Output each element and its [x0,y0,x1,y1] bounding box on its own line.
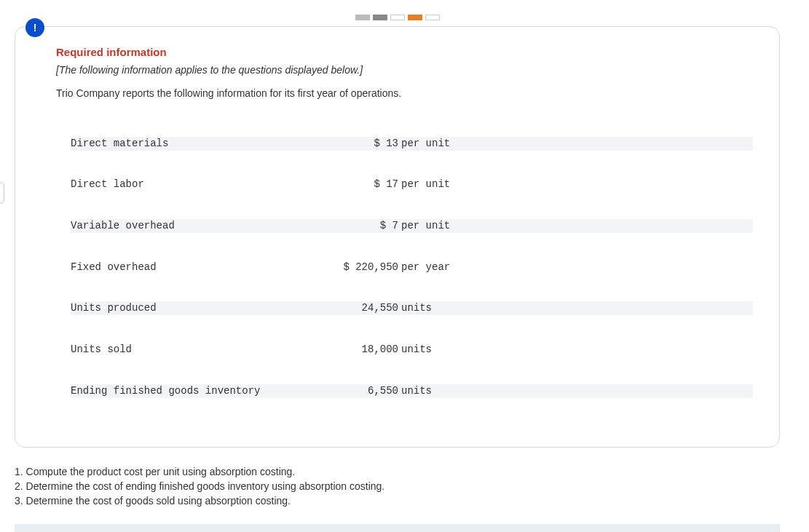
required-info-card: ! Required information [The following in… [15,26,780,448]
ledger-unit: units [398,384,457,398]
question-2: 2. Determine the cost of ending finished… [15,480,780,494]
marker [425,15,440,20]
alert-icon: ! [25,18,44,37]
applies-note: [The following information applies to th… [56,64,753,76]
ledger-unit: per unit [398,137,457,151]
marker [355,15,370,20]
company-intro: Trio Company reports the following infor… [56,87,753,99]
cost-ledger: Direct materials$ 13per unit Direct labo… [71,109,753,425]
required-info-header: Required information [56,46,753,58]
progress-markers [15,15,780,20]
ledger-unit: per unit [398,178,457,191]
question-1: 1. Compute the product cost per unit usi… [15,465,780,480]
ledger-label: Units sold [71,343,304,357]
ledger-label: Variable overhead [71,219,304,233]
ledger-value: 6,550 [304,384,398,398]
ledger-value: $ 7 [304,219,398,233]
ledger-unit: units [398,301,457,315]
marker [390,15,405,20]
ledger-label: Units produced [71,301,304,315]
ledger-label: Direct labor [71,178,304,191]
ledger-label: Ending finished goods inventory [71,384,304,398]
ledger-unit: units [398,343,457,357]
question-3: 3. Determine the cost of goods sold usin… [15,494,780,509]
marker [408,15,422,20]
ledger-unit: per year [398,261,457,274]
question-list: 1. Compute the product cost per unit usi… [15,465,780,508]
marker [373,15,387,20]
ledger-label: Fixed overhead [71,261,304,274]
ledger-value: $ 17 [304,178,398,191]
ledger-value: 24,550 [304,301,398,315]
ledger-label: Direct materials [71,137,304,151]
hint-tab-stub[interactable] [0,182,4,204]
ledger-unit: per unit [398,219,457,233]
ledger-value: $ 13 [304,137,398,151]
ledger-value: 18,000 [304,343,398,357]
ledger-value: $ 220,950 [304,261,398,274]
complete-banner: Complete this question by entering your … [15,524,780,532]
